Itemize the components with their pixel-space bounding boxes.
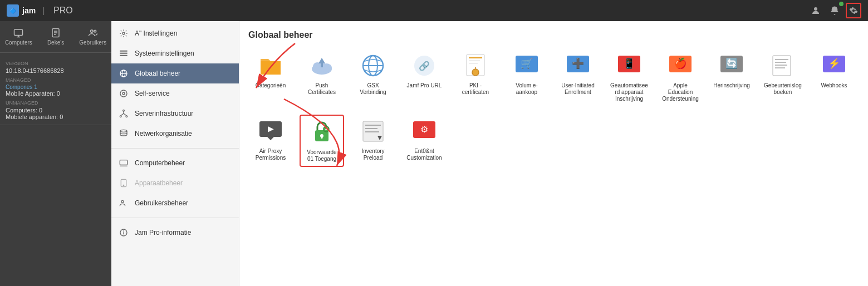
nav-item-jam-pro-informatie[interactable]: Jam Pro-informatie	[111, 223, 239, 243]
svg-rect-78	[365, 131, 379, 132]
sidebar-item-dekes[interactable]: Deke's	[37, 26, 75, 48]
svg-rect-72	[321, 136, 323, 139]
grid-item-gebeurtenislogboeken[interactable]: Gebeurtenislogboeken	[761, 49, 805, 106]
airplay-icon: ▶	[257, 118, 284, 145]
svg-marker-68	[266, 136, 275, 140]
grid-item-geautomatiseerd[interactable]: 📱 Geautomatiseerd apparaat Inschrijving	[607, 49, 651, 106]
svg-text:🛒: 🛒	[521, 57, 533, 70]
svg-point-19	[123, 110, 125, 111]
nav-label-jam-pro-informatie: Jam Pro-informatie	[135, 229, 191, 236]
svg-text:⚙: ⚙	[420, 125, 428, 134]
settings-icon-button[interactable]	[846, 3, 861, 18]
grid-item-inventory-preload[interactable]: Inventory Preload	[351, 115, 395, 167]
nav-item-self-service[interactable]: Self-service	[111, 83, 239, 103]
nav-label-globaal-beheer: Globaal beheer	[135, 70, 180, 77]
nav-label-self-service: Self-service	[135, 90, 170, 97]
grid-item-user-initiated-enrollment[interactable]: ➕ User-Initiated Enrollment	[556, 49, 600, 106]
svg-rect-12	[120, 53, 127, 54]
svg-point-35	[313, 62, 322, 71]
grid-label-pki-certificaten: PKI -certificaten	[457, 82, 494, 96]
enroll-icon: ➕	[565, 52, 591, 79]
grid-label-inventory-preload: Inventory Preload	[354, 148, 392, 161]
nav-item-serverinfrastructuur[interactable]: Serverinfrastructuur	[111, 103, 239, 124]
svg-point-29	[123, 185, 124, 185]
link-icon: 🔗	[411, 52, 438, 79]
svg-rect-45	[469, 57, 482, 58]
grid-label-customization: Ent0&nt Customization	[405, 148, 443, 161]
unmanaged-label: UNMANAGED	[6, 100, 106, 106]
nav-label-gebruikersbeheer: Gebruikersbeheer	[135, 199, 188, 207]
notification-badge	[839, 2, 844, 6]
computers-link[interactable]: Compones 1	[6, 84, 106, 90]
info-icon	[118, 227, 129, 238]
nav-item-netwerkorganisatie[interactable]: Netwerkorganisatie	[111, 124, 239, 144]
svg-text:▶: ▶	[268, 124, 274, 133]
sidebar-nav: Computers Deke's Gebruikers	[0, 21, 111, 53]
sidebar-label-gebruikers: Gebruikers	[79, 40, 106, 46]
bars-icon	[118, 48, 129, 59]
svg-rect-77	[365, 128, 377, 129]
grid-label-herinschrijving: Herinschrijving	[713, 82, 750, 89]
main-panel-title: Globaal beheer	[248, 30, 859, 40]
grid-label-apple-education: Apple Education Ondersteuning	[661, 82, 699, 102]
svg-point-33	[124, 231, 124, 231]
sidebar-item-gebruikers[interactable]: Gebruikers	[74, 26, 111, 48]
svg-text:🔄: 🔄	[725, 57, 738, 70]
nav-label-serverinfrastructuur: Serverinfrastructuur	[135, 110, 193, 117]
grid-item-voorwaarde-toegang[interactable]: ✓ Voorwaarde 01 Toegang	[300, 115, 344, 167]
nav-item-gebruikersbeheer[interactable]: Gebruikersbeheer	[111, 193, 239, 213]
grid-item-push-certificates[interactable]: Push Certificates	[300, 49, 344, 106]
grid-label-categorieen: Categorieën	[256, 82, 286, 89]
grid-item-jamf-pro-url[interactable]: 🔗 Jamf Pro URL	[402, 49, 447, 106]
nav-label-computerbeheer: Computerbeheer	[135, 159, 185, 167]
grid-item-pki-certificaten[interactable]: PKI -certificaten	[453, 49, 498, 106]
pro-label: PRO	[53, 6, 73, 16]
grid-item-webhooks[interactable]: ⚡ Webhooks	[812, 49, 856, 106]
custom-icon: ⚙	[411, 118, 438, 145]
svg-rect-38	[321, 63, 323, 67]
nav-panel: A" Instellingen Systeeminstellingen Glob…	[111, 21, 239, 286]
grid-item-gsx-verbinding[interactable]: GSX Verbinding	[351, 49, 395, 106]
svg-rect-62	[775, 62, 786, 63]
nav-item-instellingen[interactable]: A" Instellingen	[111, 23, 239, 43]
nav-item-globaal-beheer[interactable]: Globaal beheer	[111, 63, 239, 83]
grid-item-air-proxy[interactable]: ▶ Air Proxy Permissions	[248, 115, 293, 167]
folder-icon	[257, 52, 284, 79]
laptop-icon	[118, 157, 129, 169]
grid-item-categorieen[interactable]: Categorieën	[248, 49, 293, 106]
svg-rect-47	[469, 63, 478, 64]
grid-item-herinschrijving[interactable]: 🔄 Herinschrijving	[709, 49, 754, 106]
auto-icon: 📱	[616, 52, 643, 79]
globe-icon-large	[360, 52, 386, 79]
svg-point-10	[122, 32, 125, 34]
grid-label-jamf-pro-url: Jamf Pro URL	[407, 82, 442, 89]
grid-item-volum-eaankoop[interactable]: 🛒 Volum e-aankoop	[504, 49, 549, 106]
sidebar-label-dekes: Deke's	[47, 40, 64, 46]
sidebar-item-computers[interactable]: Computers	[0, 26, 37, 48]
svg-text:✓: ✓	[325, 127, 328, 132]
nav-item-systeeminstellingen[interactable]: Systeeminstellingen	[111, 43, 239, 63]
version-label: VERSION	[6, 61, 106, 66]
nav-item-apparaatbeheer[interactable]: Apparaatbeheer	[111, 173, 239, 193]
logo-text: jam	[22, 6, 36, 15]
computers-unmanaged: Computers: 0	[6, 107, 106, 114]
nav-label-systeeminstellingen: Systeeminstellingen	[135, 50, 194, 57]
mobile-unmanaged: Mobiele apparaten: 0	[6, 114, 106, 120]
content-area: A" Instellingen Systeeminstellingen Glob…	[111, 21, 868, 286]
user-icon-button[interactable]	[808, 3, 823, 18]
svg-point-25	[120, 130, 127, 132]
grid-item-apple-education[interactable]: 🍎 Apple Education Ondersteuning	[658, 49, 703, 106]
gear-circle-icon	[118, 88, 129, 99]
svg-rect-76	[365, 125, 381, 126]
svg-text:🍎: 🍎	[674, 57, 687, 70]
nav-divider-2	[111, 218, 239, 218]
cert-icon	[462, 52, 489, 79]
main-panel: Globaal beheer Categorieën Push Certific…	[239, 21, 868, 286]
nav-item-computerbeheer[interactable]: Computerbeheer	[111, 153, 239, 173]
grid-label-webhooks: Webhooks	[821, 82, 847, 89]
grid-item-customization[interactable]: ⚙ Ent0&nt Customization	[402, 115, 447, 167]
notification-icon-button[interactable]	[827, 3, 842, 18]
version-value: 10.18.0-t1576686828	[6, 67, 106, 74]
mobile-managed: Mobile Apparaten: 0	[6, 90, 106, 97]
topbar: 🔷 jam | PRO	[0, 0, 868, 21]
